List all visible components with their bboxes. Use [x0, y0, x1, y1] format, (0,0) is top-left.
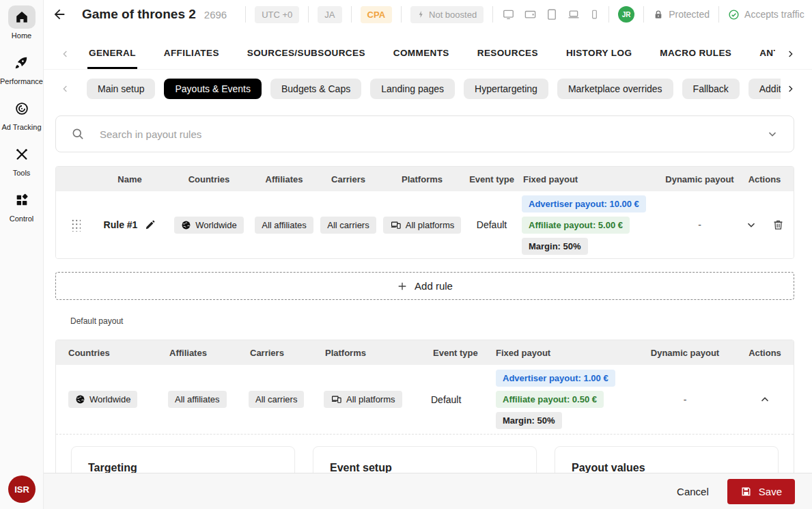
mobile-icon: [589, 8, 600, 20]
pricing-model-chip: CPA: [361, 6, 392, 23]
tab-macro-rules[interactable]: MACRO RULES: [658, 38, 733, 69]
lock-icon: [653, 9, 664, 20]
add-rule-button[interactable]: Add rule: [55, 272, 794, 300]
edit-pencil-icon[interactable]: [144, 219, 156, 231]
subtabs-scroll-right-icon[interactable]: [781, 83, 800, 94]
subtab-additional-attributes[interactable]: Additional attribut: [748, 79, 781, 99]
disc-icon: [14, 101, 29, 116]
platforms-chip: All platforms: [324, 391, 402, 408]
divider: [608, 6, 609, 23]
sub-tabs: Main setup Payouts & Events Budgets & Ca…: [44, 79, 812, 99]
column-header: Name: [94, 174, 165, 184]
footer-action-bar: Cancel Save: [44, 473, 812, 509]
advertiser-payout-badge: Advertiser payout: 10.00 €: [522, 195, 646, 212]
save-button[interactable]: Save: [727, 479, 795, 504]
sidebar-item-control[interactable]: Control: [8, 189, 36, 223]
fixed-payout-badges: Advertiser payout: 10.00 € Affiliate pay…: [520, 195, 664, 255]
sidebar-item-label: Performance: [0, 77, 43, 85]
user-avatar[interactable]: ISR: [8, 476, 36, 503]
table-header-row: Name Countries Affiliates Carriers Platf…: [56, 167, 794, 191]
column-header: Carriers: [235, 348, 310, 358]
affiliates-chip: All affiliates: [255, 217, 313, 234]
column-header: Countries: [56, 348, 157, 358]
subtab-marketplace-overrides[interactable]: Marketplace overrides: [557, 79, 673, 99]
tab-resources[interactable]: RESOURCES: [476, 38, 540, 69]
affiliate-payout-badge: Affiliate payout: 0.50 €: [496, 391, 604, 408]
column-header: Affiliates: [253, 174, 316, 184]
countries-chip: Worldwide: [174, 217, 243, 234]
column-header: Carriers: [316, 174, 381, 184]
expand-chevron-icon[interactable]: [745, 219, 757, 231]
advertiser-payout-badge: Advertiser payout: 1.00 €: [496, 370, 615, 387]
column-header: Event type: [463, 174, 520, 184]
fixed-payout-badges: Advertiser payout: 1.00 € Affiliate payo…: [484, 370, 634, 429]
subtab-fallback[interactable]: Fallback: [682, 79, 740, 99]
divider: [351, 6, 352, 23]
tab-comments[interactable]: COMMENTS: [392, 38, 451, 69]
subtab-main-setup[interactable]: Main setup: [87, 79, 155, 99]
subtab-budgets-caps[interactable]: Budgets & Caps: [270, 79, 361, 99]
tabs-scroll-left-icon[interactable]: [56, 38, 75, 69]
column-header: Platforms: [310, 348, 412, 358]
column-header: Fixed payout: [520, 174, 664, 184]
table-row: Worldwide All affiliates All carriers Al…: [56, 365, 794, 434]
column-header: Fixed payout: [484, 348, 634, 358]
event-type: Default: [477, 219, 507, 230]
rule-name: Rule #1: [104, 219, 138, 230]
offer-header: Game of thrones 2 2696 UTC +0 JA CPA Not…: [44, 0, 812, 29]
search-input[interactable]: [100, 128, 766, 140]
sidebar-item-home[interactable]: Home: [8, 5, 36, 40]
search-expand-chevron-icon[interactable]: [766, 128, 779, 140]
delete-trash-icon[interactable]: [772, 219, 784, 231]
tablet-landscape-icon: [524, 8, 537, 20]
home-icon: [14, 10, 29, 25]
device-targeting-icons: [502, 8, 600, 20]
affiliates-chip: All affiliates: [168, 391, 227, 408]
tablet-icon: [546, 8, 558, 20]
table-row: Rule #1 Worldwide All affiliates All car…: [56, 191, 794, 258]
traffic-status: Accepts traffic: [728, 9, 804, 20]
countries-chip: Worldwide: [68, 391, 137, 408]
check-circle-icon: [728, 9, 740, 20]
tab-sources-subsources[interactable]: SOURCES/SUBSOURCES: [246, 38, 367, 69]
devices-icon: [390, 220, 402, 230]
grid-icon: [14, 193, 29, 208]
column-header: Dynamic payout: [664, 174, 736, 184]
back-button[interactable]: [52, 5, 67, 24]
sidebar-item-label: Home: [12, 31, 31, 40]
tabs-scroll-right-icon[interactable]: [781, 38, 800, 69]
column-header: Dynamic payout: [634, 348, 736, 358]
margin-badge: Margin: 50%: [496, 412, 562, 429]
subtabs-scroll-left-icon[interactable]: [56, 83, 75, 94]
subtab-landing-pages[interactable]: Landing pages: [370, 79, 455, 99]
sidebar-item-tools[interactable]: Tools: [8, 143, 36, 177]
default-payout-label: Default payout: [70, 316, 794, 326]
tab-affiliates[interactable]: AFFILIATES: [163, 38, 221, 69]
language-chip: JA: [318, 6, 341, 23]
margin-badge: Margin: 50%: [522, 238, 588, 255]
sidebar-item-label: Control: [10, 215, 33, 223]
affiliate-payout-badge: Affiliate payout: 5.00 €: [522, 217, 630, 234]
sidebar-item-ad-tracking[interactable]: Ad Tracking: [1, 97, 41, 131]
rocket-icon: [14, 55, 29, 70]
drag-handle[interactable]: [70, 218, 81, 232]
column-header: Actions: [736, 348, 794, 358]
event-type: Default: [431, 394, 461, 405]
collapse-chevron-icon[interactable]: [759, 394, 771, 406]
manager-avatar[interactable]: JR: [618, 6, 634, 23]
lightning-icon: [417, 10, 425, 19]
cancel-button[interactable]: Cancel: [677, 486, 709, 497]
payout-rules-table: Name Countries Affiliates Carriers Platf…: [55, 166, 794, 259]
divider: [718, 6, 719, 23]
sidebar-item-performance[interactable]: Performance: [0, 51, 43, 85]
tab-history-log[interactable]: HISTORY LOG: [565, 38, 633, 69]
laptop-icon: [567, 8, 580, 20]
subtab-payouts-events[interactable]: Payouts & Events: [164, 79, 262, 99]
search-icon: [71, 127, 85, 141]
column-header: Actions: [736, 174, 794, 184]
tab-general[interactable]: GENERAL: [87, 38, 137, 69]
subtab-hypertargeting[interactable]: Hypertargeting: [464, 79, 548, 99]
tab-antifraud[interactable]: ANTIFRAUD: [758, 38, 775, 69]
divider: [308, 6, 309, 23]
divider: [492, 6, 493, 23]
